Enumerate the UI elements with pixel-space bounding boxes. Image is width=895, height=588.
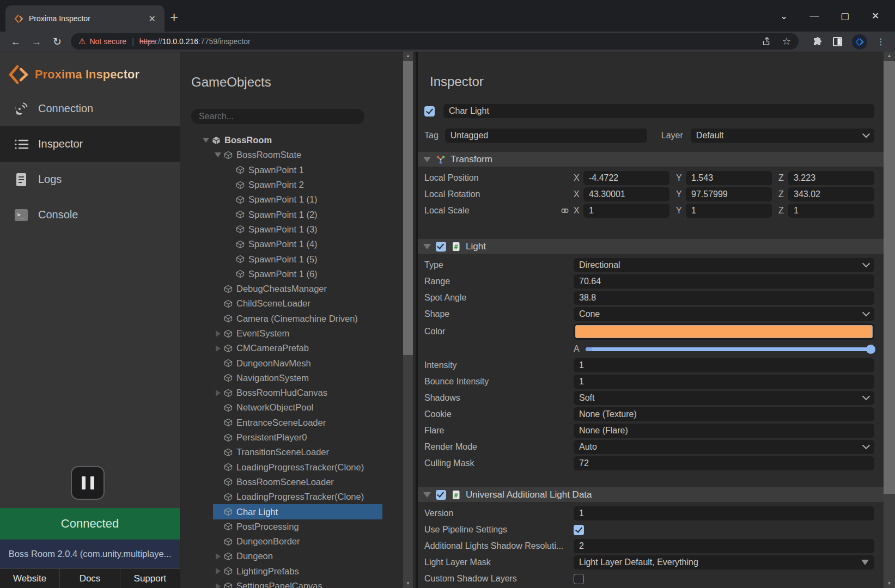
expand-icon[interactable]	[213, 583, 223, 588]
tree-item-settingspanelcanvas[interactable]: SettingsPanelCanvas	[213, 579, 382, 588]
section-header-light[interactable]: #Light	[418, 239, 884, 254]
shape-select[interactable]: Cone	[574, 307, 874, 321]
scroll-down-icon[interactable]: ▼	[403, 579, 413, 588]
address-bar[interactable]: ⚠ Not secure | https://10.0.0.216:7759/i…	[71, 33, 799, 50]
forward-icon[interactable]: →	[26, 36, 47, 48]
expand-icon[interactable]	[213, 330, 223, 337]
light-layer-mask-select[interactable]: Light Layer Default, Everything	[574, 555, 874, 569]
scroll-down-icon[interactable]: ▼	[884, 579, 895, 588]
share-icon[interactable]	[762, 36, 771, 46]
url-text[interactable]: https://10.0.0.216:7759/inspector	[139, 37, 251, 46]
not-secure-label[interactable]: Not secure	[89, 37, 126, 46]
vector-z-field[interactable]: 1	[788, 204, 874, 218]
tree-item-spawnpoint-1-2[interactable]: SpawnPoint 1 (2)	[225, 207, 382, 222]
tree-item-spawnpoint-1[interactable]: SpawnPoint 1	[225, 163, 382, 177]
tree-item-lightingprefabs[interactable]: LightingPrefabs	[213, 564, 382, 579]
section-header-transform[interactable]: Transform	[418, 152, 884, 167]
vector-y-field[interactable]: 97.57999	[686, 187, 772, 201]
vector-z-field[interactable]: 343.02	[788, 187, 874, 201]
flare-field[interactable]: None (Flare)	[574, 424, 874, 438]
tag-field[interactable]: Untagged	[445, 128, 647, 143]
layer-select[interactable]: Default	[691, 128, 874, 143]
tree-item-bossroomstate[interactable]: BossRoomState	[213, 148, 382, 162]
sidebar-item-connection[interactable]: Connection	[0, 91, 180, 126]
sidebar-item-console[interactable]: >_ Console	[0, 197, 180, 232]
window-close-icon[interactable]: ✕	[860, 10, 891, 22]
render-mode-select[interactable]: Auto	[574, 440, 874, 454]
expand-icon[interactable]	[213, 345, 223, 352]
tree-item-spawnpoint-1-6[interactable]: SpawnPoint 1 (6)	[225, 267, 382, 281]
vector-x-field[interactable]: -4.4722	[583, 171, 669, 185]
tree-item-bossroom[interactable]: BossRoom	[201, 133, 382, 148]
tree-item-navigationsystem[interactable]: NavigationSystem	[213, 371, 382, 385]
tree-item-eventsystem[interactable]: EventSystem	[213, 326, 382, 341]
gameobject-name-field[interactable]: Char Light	[443, 104, 874, 118]
use-pipeline-settings-checkbox[interactable]	[574, 525, 584, 535]
intensity-field[interactable]: 1	[574, 358, 874, 372]
scroll-up-icon[interactable]: ▲	[884, 52, 895, 60]
sidebar-item-logs[interactable]: Logs	[0, 162, 180, 197]
collapse-icon[interactable]	[423, 157, 431, 162]
alpha-slider[interactable]	[586, 347, 874, 351]
vector-y-field[interactable]: 1.543	[686, 171, 772, 185]
range-field[interactable]: 70.64	[574, 274, 874, 289]
reload-icon[interactable]: ↻	[47, 35, 68, 48]
tree-item-debugcheatsmanager[interactable]: DebugCheatsManager	[213, 281, 382, 296]
color-swatch-field[interactable]	[574, 323, 874, 340]
browser-menu-icon[interactable]: ⋮	[876, 36, 885, 47]
tree-item-spawnpoint-1-3[interactable]: SpawnPoint 1 (3)	[225, 222, 382, 237]
vector-x-field[interactable]: 43.30001	[583, 187, 669, 201]
bookmark-star-icon[interactable]: ☆	[782, 35, 791, 47]
tree-item-bossroomsceneloader[interactable]: BossRoomSceneLoader	[213, 475, 382, 489]
collapse-icon[interactable]	[423, 244, 431, 249]
back-icon[interactable]: ←	[5, 36, 26, 48]
component-enabled-checkbox[interactable]	[436, 242, 446, 252]
expand-icon[interactable]	[213, 553, 223, 560]
tree-item-spawnpoint-1-4[interactable]: SpawnPoint 1 (4)	[225, 237, 382, 252]
collapse-icon[interactable]	[423, 492, 431, 498]
link-icon[interactable]	[561, 206, 569, 215]
tree-item-spawnpoint-2[interactable]: SpawnPoint 2	[225, 177, 382, 192]
tree-item-networkobjectpool[interactable]: NetworkObjectPool	[213, 400, 382, 415]
tree-item-persistentplayer0[interactable]: PersistentPlayer0	[213, 430, 382, 445]
section-header-universal-additional-light-data[interactable]: #Universal Additional Light Data	[418, 487, 884, 502]
sidebar-item-inspector[interactable]: Inspector	[0, 126, 180, 162]
culling-mask-field[interactable]: 72	[574, 456, 874, 470]
collapse-icon[interactable]	[201, 138, 211, 143]
scrollbar-thumb[interactable]	[403, 61, 413, 355]
pause-button[interactable]	[71, 466, 105, 500]
expand-icon[interactable]	[213, 390, 223, 396]
extensions-puzzle-icon[interactable]	[812, 36, 823, 47]
tree-item-loadingprogresstracker-clone[interactable]: LoadingProgressTracker(Clone)	[213, 460, 382, 475]
vector-x-field[interactable]: 1	[583, 204, 669, 218]
scroll-up-icon[interactable]: ▲	[403, 52, 413, 60]
tree-item-spawnpoint-1-1[interactable]: SpawnPoint 1 (1)	[225, 192, 382, 207]
scrollbar-thumb[interactable]	[884, 61, 895, 494]
tree-item-cmcameraprefab[interactable]: CMCameraPrefab	[213, 341, 382, 356]
side-panel-icon[interactable]	[832, 36, 843, 47]
support-link[interactable]: Support	[120, 569, 180, 588]
docs-link[interactable]: Docs	[59, 569, 119, 588]
component-enabled-checkbox[interactable]	[436, 490, 446, 500]
search-input[interactable]	[191, 109, 364, 124]
tree-item-loadingprogresstracker-clone[interactable]: LoadingProgressTracker(Clone)	[213, 489, 382, 504]
cookie-field[interactable]: None (Texture)	[574, 407, 874, 421]
inspector-scrollbar[interactable]: ▲ ▼	[884, 52, 895, 588]
tree-item-dungeonnavmesh[interactable]: DungeonNavMesh	[213, 356, 382, 370]
tree-item-spawnpoint-1-5[interactable]: SpawnPoint 1 (5)	[225, 252, 382, 266]
custom-shadow-layers-checkbox[interactable]	[574, 574, 584, 584]
browser-tab[interactable]: Proxima Inspector ✕	[5, 5, 165, 32]
shadows-select[interactable]: Soft	[574, 391, 874, 405]
collapse-icon[interactable]	[213, 152, 223, 157]
tree-item-postprocessing[interactable]: PostProcessing	[213, 519, 382, 534]
vector-y-field[interactable]: 1	[686, 204, 772, 218]
tree-item-dungeonborder[interactable]: DungeonBorder	[213, 534, 382, 549]
tree-item-dungeon[interactable]: Dungeon	[213, 549, 382, 564]
tree-item-camera-cinemachine-driven[interactable]: Camera (Cinemachine Driven)	[213, 311, 382, 326]
tree-item-bossroomhudcanvas[interactable]: BossRoomHudCanvas	[213, 385, 382, 400]
profile-avatar[interactable]	[852, 34, 867, 50]
tree-scrollbar[interactable]: ▲ ▼	[403, 52, 413, 588]
tab-close-icon[interactable]: ✕	[145, 13, 159, 25]
vector-z-field[interactable]: 3.223	[788, 171, 874, 185]
window-chevron-icon[interactable]: ⌄	[769, 10, 799, 22]
